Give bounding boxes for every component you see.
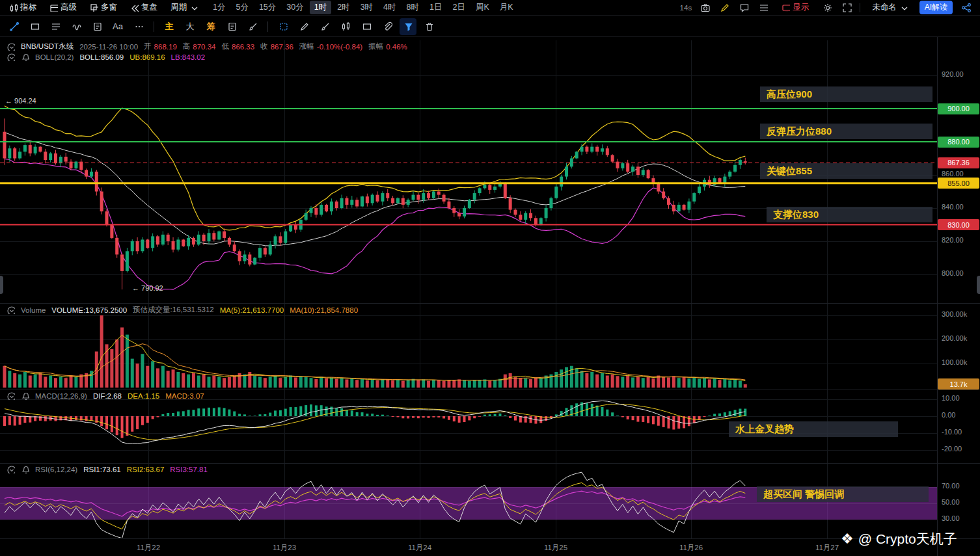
wave-tool-button[interactable] [68,18,85,35]
menu-advanced[interactable]: 高级 [44,2,82,13]
pattern-tool-button[interactable] [88,18,105,35]
gear-icon [823,3,832,12]
collapse-icon[interactable] [7,53,15,61]
timeframe-周K[interactable]: 周K [471,1,494,14]
alert-bell-icon[interactable] [21,465,29,473]
divider [267,21,268,32]
divider [860,3,860,12]
collapse-icon[interactable] [7,465,15,473]
chat-icon [739,3,749,12]
collapse-icon[interactable] [7,306,15,314]
edit-button[interactable] [718,1,731,14]
chips-button[interactable]: 筹 [202,18,219,35]
candle-countdown: 14s [680,4,692,12]
marker-tool-button[interactable] [316,18,333,35]
timeframe-30分[interactable]: 30分 [282,1,308,14]
time-axis[interactable]: 11月2211月2311月2411月2511月2611月27 [0,539,937,556]
layout-name-button[interactable]: 未命名 [867,2,913,13]
price-axis-label: 70.00 [942,482,960,490]
timeframe-8时[interactable]: 8时 [402,1,424,14]
fullscreen-button[interactable] [840,1,853,14]
screenshot-button[interactable] [698,1,711,14]
price-axis-label: 10.00 [942,394,960,402]
notes-tool-button[interactable] [223,18,240,35]
price-axis-label: -20.00 [942,445,962,453]
text-tool-button[interactable]: Aa [109,18,126,35]
menu-replay[interactable]: 复盘 [125,2,163,13]
line-tool-button[interactable] [5,18,22,35]
price-axis-label: 800.00 [942,269,964,277]
time-axis-label: 11月23 [273,543,296,553]
timeframe-2时[interactable]: 2时 [333,1,354,14]
box-icon [362,21,372,31]
collapse-icon[interactable] [7,391,15,400]
price-tag: 900.00 [938,103,979,114]
display-button[interactable]: 显示 [776,2,814,13]
price-axis-label: 860.00 [942,170,964,178]
annotation-macd-trend[interactable]: 水上金叉趋势 [729,421,898,437]
filter-tool-button[interactable] [400,18,416,35]
timeframe-3时[interactable]: 3时 [356,1,377,14]
large-view-button[interactable]: 大 [182,18,198,35]
annotation-rsi-warning[interactable]: 超买区间 警惕回调 [757,486,929,502]
header-right-group: 14s 显示 未命名 AI解读 [680,1,976,14]
timeframe-月K[interactable]: 月K [495,1,518,14]
delete-tool-button[interactable] [420,18,437,35]
menu-icon [759,3,769,12]
collapse-icon[interactable] [7,42,15,51]
timeframe-4时[interactable]: 4时 [379,1,400,14]
alert-bell-icon[interactable] [21,53,29,61]
ai-analysis-button[interactable]: AI解读 [919,1,953,14]
indicators-icon [9,3,18,12]
panel-divider[interactable] [0,390,980,390]
left-pane-handle[interactable] [0,276,3,294]
swing-high-marker: ← 904.24 [5,97,36,105]
window-icon [49,3,58,12]
timeframe-1分[interactable]: 1分 [208,1,230,14]
settings-button[interactable] [821,1,834,14]
watermark: ❖ @ Crypto天机子 [841,530,957,548]
comment-button[interactable] [737,1,750,14]
menu-multiwindow[interactable]: 多窗 [85,2,122,13]
candle-tool-button[interactable] [337,18,354,35]
annotation-high-pressure[interactable]: 高压位900 [760,86,932,102]
timeframe-1时[interactable]: 1时 [310,1,331,14]
annotation-support[interactable]: 支撑位830 [767,207,932,222]
panel-divider[interactable] [0,463,980,464]
link-tool-button[interactable] [379,18,396,35]
more-tools-button[interactable] [130,18,147,35]
annotation-rebound-pressure[interactable]: 反弹压力位880 [760,124,932,139]
brush-tool-button[interactable] [244,18,261,35]
trading-app: { "top_toolbar": { "menus": ["指标","高级","… [0,0,980,556]
annotation-key-level[interactable]: 关键位855 [760,163,932,179]
price-axis-label: 300.00k [942,310,967,318]
timeframe-1日[interactable]: 1日 [425,1,446,14]
timeframe-2日[interactable]: 2日 [448,1,469,14]
candles-icon [341,21,351,31]
rectangle-tool-button[interactable] [26,18,43,35]
trash-icon [424,21,434,31]
share-button[interactable] [959,1,972,14]
list-tool-button[interactable] [47,18,64,35]
time-axis-divider [0,538,980,539]
menu-period[interactable]: 周期 [165,2,203,13]
main-chart-button[interactable]: 主 [161,18,178,35]
timeframe-5分[interactable]: 5分 [231,1,252,14]
box-tool-button[interactable] [358,18,375,35]
timeframe-15分[interactable]: 15分 [254,1,280,14]
chevron-down-icon [189,3,198,12]
price-axis-label: 50.00 [942,498,960,506]
right-pane-handle[interactable] [977,276,980,294]
time-axis-label: 11月22 [137,543,160,553]
time-axis-label: 11月24 [408,543,431,553]
price-axis-label: 200.00k [942,334,967,342]
menu-indicators[interactable]: 指标 [4,2,42,13]
price-axis-label: 100.00k [942,358,967,366]
alert-bell-icon[interactable] [21,391,29,400]
panel-divider[interactable] [0,303,980,304]
list-button[interactable] [757,1,770,14]
pencil-tool-button[interactable] [295,18,312,35]
price-axis-label: 920.00 [942,70,964,78]
monitor-icon [782,3,790,12]
magnet-tool-button[interactable] [275,18,292,35]
